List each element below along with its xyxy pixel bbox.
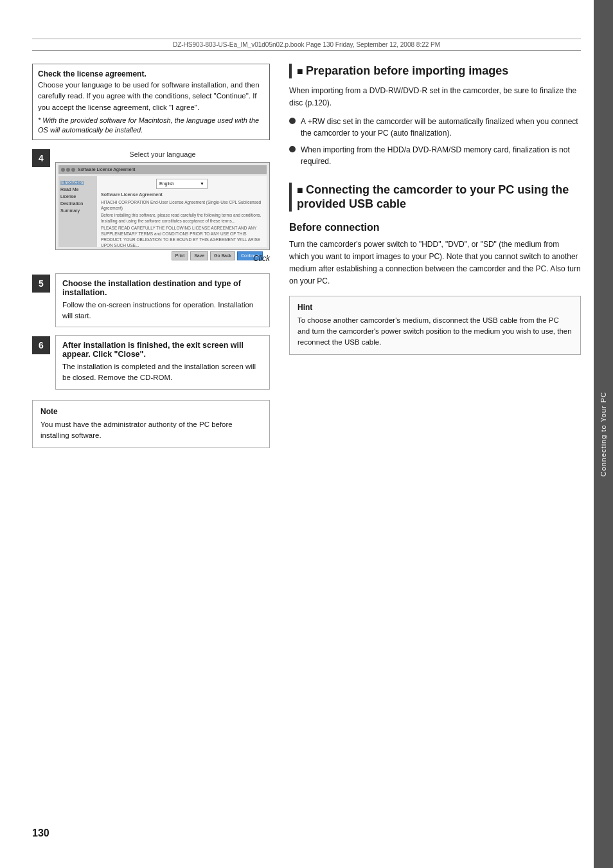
- step-4-wrapper: 4 Select your language Software License …: [32, 148, 270, 266]
- section1-heading-text: Preparation before importing images: [306, 64, 508, 77]
- dot-3: [71, 168, 75, 172]
- sidebar-item-4: Destination: [60, 200, 95, 207]
- section2-text: Turn the camcorder's power switch to "HD…: [289, 239, 581, 288]
- sidebar-item-1: Introduction: [60, 179, 95, 186]
- dot-2: [66, 168, 70, 172]
- screenshot-body: Introduction Read Me License Destination…: [58, 176, 267, 247]
- step-5-content: Choose the installation destination and …: [55, 273, 270, 328]
- screenshot-titlebar: Software License Agreement: [58, 165, 267, 174]
- check-step-box: Check the license agreement. Choose your…: [32, 64, 270, 140]
- note-box: Note You must have the administrator aut…: [32, 400, 270, 449]
- screenshot-dropdown: English ▼: [156, 179, 208, 190]
- screenshot-sidebar: Introduction Read Me License Destination…: [58, 176, 97, 247]
- hint-text: To choose another camcorder's medium, di…: [298, 315, 573, 348]
- ss-line-3: Before installing this software, please …: [101, 212, 263, 224]
- page-container: DZ-HS903-803-US-Ea_IM_v01d05n02.p.book P…: [0, 0, 613, 868]
- sidebar-item-3: License: [60, 193, 95, 200]
- hint-box: Hint To choose another camcorder's mediu…: [289, 296, 581, 356]
- section2-heading-text: Connecting the camcorder to your PC usin…: [297, 183, 569, 211]
- main-layout: Check the license agreement. Choose your…: [32, 64, 581, 448]
- vertical-sidebar: Connecting to Your PC: [594, 0, 613, 868]
- screenshot-main: English ▼ Software License Agreement HIT…: [97, 176, 267, 247]
- select-language-label: Select your language: [55, 150, 270, 158]
- step-5-bold: Choose the installation destination and …: [62, 279, 263, 297]
- bullet-1: A +RW disc set in the camcorder will be …: [289, 116, 581, 139]
- section2-heading: Connecting the camcorder to your PC usin…: [289, 183, 581, 212]
- left-column: Check the license agreement. Choose your…: [32, 64, 270, 448]
- step-5-text: Follow the on-screen instructions for op…: [62, 300, 263, 322]
- bullet-dot-1: [289, 118, 296, 124]
- bullet-2-text: When importing from the HDD/a DVD-RAM/SD…: [301, 144, 581, 167]
- hint-title: Hint: [298, 303, 573, 312]
- step-5-wrapper: 5 Choose the installation destination an…: [32, 273, 270, 328]
- screenshot-title-text: Software License Agreement: [78, 167, 136, 172]
- step-4-number: 4: [32, 149, 50, 167]
- step-6-number: 6: [32, 336, 50, 354]
- header-text: DZ-HS903-803-US-Ea_IM_v01d05n02.p.book P…: [173, 41, 440, 48]
- screenshot-box: Software License Agreement Introduction …: [55, 162, 270, 250]
- sidebar-label: Connecting to Your PC: [600, 392, 607, 476]
- section1-heading: Preparation before importing images: [289, 64, 581, 78]
- bullet-1-text: A +RW disc set in the camcorder will be …: [301, 116, 581, 139]
- bullet-dot-2: [289, 146, 296, 152]
- note-text: You must have the administrator authorit…: [40, 419, 262, 442]
- screenshot-buttons: Print Save Go Back Continue: [101, 251, 263, 261]
- subsection-heading: Before connection: [289, 222, 581, 233]
- bullet-2: When importing from the HDD/a DVD-RAM/SD…: [289, 144, 581, 167]
- ss-line-2: HITACHI CORPORATION End-User License Agr…: [101, 199, 263, 211]
- check-step-text: Choose your language to be used for soft…: [38, 80, 264, 113]
- header-line: DZ-HS903-803-US-Ea_IM_v01d05n02.p.book P…: [32, 39, 581, 51]
- page-number: 130: [32, 827, 49, 839]
- check-step-italic: * With the provided software for Macinto…: [38, 116, 264, 136]
- screenshot-text-lines: Software License Agreement HITACHI CORPO…: [101, 192, 263, 249]
- step-6-bold: After installation is finished, the exit…: [62, 341, 263, 359]
- step-6-content: After installation is finished, the exit…: [55, 335, 270, 390]
- note-title: Note: [40, 407, 262, 416]
- ss-line-4: PLEASE READ CAREFULLY THE FOLLOWING LICE…: [101, 225, 263, 248]
- dropdown-text: English: [159, 181, 174, 188]
- dropdown-arrow: ▼: [200, 181, 204, 188]
- titlebar-dots: [61, 168, 75, 172]
- sidebar-item-5: Summary: [60, 207, 95, 214]
- step-5-number: 5: [32, 275, 50, 293]
- right-column: Preparation before importing images When…: [289, 64, 581, 448]
- print-btn: Print: [172, 251, 188, 261]
- save-btn: Save: [190, 251, 208, 261]
- step-4-content: Select your language Software License Ag…: [55, 148, 270, 266]
- goback-btn: Go Back: [210, 251, 235, 261]
- section1-text: When importing from a DVD-RW/DVD-R set i…: [289, 85, 581, 109]
- step-6-text: The installation is completed and the in…: [62, 361, 263, 384]
- dot-1: [61, 168, 65, 172]
- step-6-wrapper: 6 After installation is finished, the ex…: [32, 335, 270, 390]
- ss-line-1: Software License Agreement: [101, 192, 263, 198]
- check-step-bold: Check the license agreement.: [38, 68, 264, 80]
- sidebar-item-2: Read Me: [60, 186, 95, 193]
